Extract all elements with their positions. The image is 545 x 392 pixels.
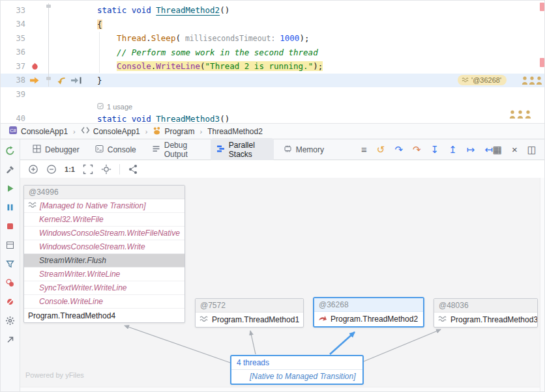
tab-memory[interactable]: Memory [278,142,330,158]
stack-frame[interactable]: StreamWriter.WriteLine [24,268,184,281]
stack-frame[interactable]: Program.ThreadMethod1 [196,313,303,327]
stack-frame[interactable]: Program.ThreadMethod3 [434,313,537,327]
stack-frame[interactable]: WindowsConsoleStream.WriteFileNative [24,227,184,240]
fold-marker-top[interactable] [46,5,51,8]
reset-frame-icon[interactable] [53,76,70,85]
line-number[interactable]: 36 [1,48,27,57]
tab-label: Memory [296,145,324,154]
build-button[interactable] [5,164,16,175]
resume-button[interactable] [5,183,16,193]
thread-inlay-label: '@36268' [471,76,501,84]
code-token: "Thread 2 is running." [205,61,314,71]
stack-frame[interactable]: Console.WriteLine [24,295,184,309]
horizontal-scrollbar[interactable] [20,387,540,392]
stack-frame[interactable]: [Managed to Native Transition] [24,199,184,213]
stack-frame[interactable]: SyncTextWriter.WriteLine [24,281,184,295]
code-token: Console [117,61,151,71]
thread-group-box[interactable]: 4 threads [Native to Managed Transition] [230,355,364,385]
step-over-icon[interactable]: ↷ [394,145,403,154]
fit-content-button[interactable] [83,164,93,175]
filter-button[interactable] [5,259,16,269]
zoom-in-button[interactable] [28,164,38,175]
show-execution-point-icon[interactable]: ↺ [377,145,385,154]
pin-button[interactable] [5,334,16,344]
code-editor[interactable]: 33static void ThreadMethod2()34{35 Threa… [1,1,545,123]
edge-to-thread-36268-selected [330,332,355,354]
code-text: static void ThreadMethod2() [92,5,229,15]
line-number[interactable]: 38 [1,76,27,85]
step-out-icon[interactable]: ↥ [449,145,457,154]
breakpoint-icon[interactable] [27,62,42,70]
stack-frame[interactable]: Program.ThreadMethod2 [314,312,423,326]
settings-button[interactable] [5,315,16,326]
breadcrumb-separator: › [199,128,202,135]
stack-box-36268[interactable]: @36268 Program.ThreadMethod2 [313,297,424,328]
execution-pointer-icon [27,77,42,84]
stack-box-48036[interactable]: @48036 Program.ThreadMethod3 [434,298,538,328]
jump-to-statement-icon[interactable] [70,77,92,84]
line-number[interactable]: 40 [1,114,27,123]
line-number[interactable]: 33 [1,6,27,15]
breadcrumb-label: ThreadMethod2 [207,127,263,136]
center-button[interactable] [101,164,111,175]
tab-console[interactable]: Console [89,142,142,158]
zoom-reset-button[interactable]: 1:1 [65,164,75,175]
layout-icon[interactable]: ◫ [527,145,537,154]
overview-button[interactable] [128,164,138,175]
code-token: millisecondsTimeout: [181,34,280,43]
close-icon[interactable]: × [512,145,518,154]
stack-frame[interactable]: WindowsConsoleStream.Write [24,240,184,254]
restore-layout-button[interactable] [5,240,16,250]
vertical-scrollbar[interactable] [540,178,545,392]
fold-marker-bottom[interactable] [46,77,51,80]
edge-to-thread-34996 [125,326,232,363]
stack-frame[interactable]: Kernel32.WriteFile [24,213,184,227]
stack-frame[interactable]: StreamWriter.Flush [24,254,184,268]
frame-label: Kernel32.WriteFile [39,215,104,224]
breadcrumb-item-threadmethod2[interactable]: ThreadMethod2 [205,126,265,137]
error-stripe-mark[interactable] [540,58,544,67]
stop-button[interactable] [5,221,16,231]
tab-debugger[interactable]: Debugger [27,142,85,158]
pause-button[interactable] [5,202,16,212]
breadcrumb-item-consoleapp1[interactable]: C#ConsoleApp1 [6,124,70,138]
frame-label: Console.WriteLine [39,297,103,306]
tables-icon[interactable]: ▦ [493,145,502,154]
tab-parallel-stacks[interactable]: Parallel Stacks [211,138,274,161]
code-line: 37 Console.WriteLine("Thread 2 is runnin… [1,59,545,74]
stack-frame[interactable]: Program.ThreadMethod4 [24,309,184,322]
edge-to-thread-48036 [364,329,441,361]
mute-breakpoints-button[interactable] [5,296,16,307]
menu-icon[interactable]: ≡ [361,145,367,154]
line-number[interactable]: 35 [1,34,27,43]
zoom-out-button[interactable] [46,164,57,175]
code-token: ThreadMethod2 [156,5,220,15]
error-stripe-mark[interactable] [540,3,544,11]
line-number[interactable]: 34 [1,20,27,29]
run-to-cursor-icon[interactable]: ↦ [467,145,475,154]
frame-label: WindowsConsoleStream.Write [39,242,145,251]
usages-hint[interactable]: 1 usage [1,102,545,112]
step-into-icon[interactable]: ↧ [431,145,439,154]
thread-id-header: @7572 [196,299,303,313]
force-run-to-cursor-icon[interactable]: ↤ [484,145,493,154]
parallel-stacks-graph[interactable]: @34996 [Managed to Native Transition]Ker… [20,178,545,392]
debug-step-actions: ≡↺↷↷↧↥↦↤ [361,145,493,154]
transition-frame-label[interactable]: [Native to Managed Transition] [231,370,362,384]
stack-box-7572[interactable]: @7572 Program.ThreadMethod1 [195,298,304,328]
code-token: 1000 [280,33,299,43]
line-number[interactable]: 37 [1,62,27,71]
breakpoints-button[interactable] [5,277,16,288]
tool-window-actions: ▦×◫ [493,145,539,154]
force-step-over-icon[interactable]: ↷ [413,145,421,154]
rerun-button[interactable] [5,145,16,156]
breadcrumb-separator: › [145,128,148,135]
tab-label: Debugger [45,145,80,154]
tab-debug-output[interactable]: Debug Output [146,138,207,161]
line-number[interactable]: 39 [1,90,27,99]
stack-box-34996[interactable]: @34996 [Managed to Native Transition]Ker… [23,185,185,323]
code-token: () [220,5,229,15]
breadcrumb-item-program[interactable]: Program [150,125,197,138]
code-token [97,48,117,57]
breadcrumb-item-consoleapp1[interactable]: ConsoleApp1 [78,125,143,137]
